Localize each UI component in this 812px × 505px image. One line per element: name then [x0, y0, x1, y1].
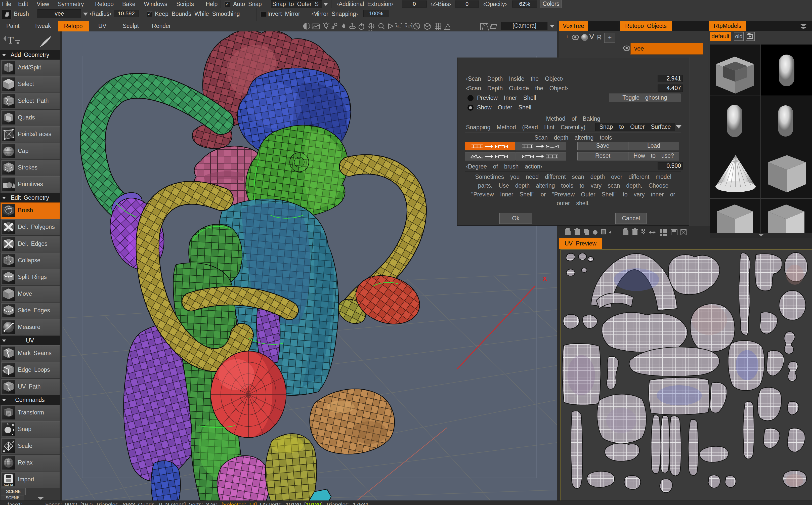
svg-text:ALL: ALL — [396, 24, 401, 28]
svg-text:x: x — [543, 274, 547, 282]
svg-text:SCENE: SCENE — [4, 483, 14, 486]
svg-text:T: T — [8, 34, 14, 46]
svg-text:PEN: PEN — [405, 24, 412, 28]
